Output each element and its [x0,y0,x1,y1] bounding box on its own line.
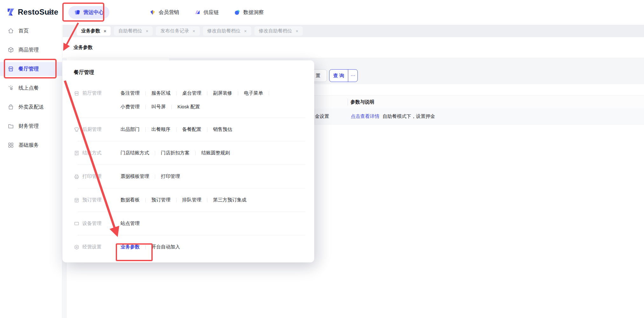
tab-label: 修改自助餐档位 [207,28,241,34]
divider [176,91,177,96]
cube-icon [8,47,14,53]
mega-menu-title: 餐厅管理 [62,60,314,76]
storefront-icon [8,66,14,72]
restaurant-mega-menu: 餐厅管理 前厅管理 备注管理 服务区域 桌台管理 副屏装修 电子菜单 [62,60,314,262]
sidebar-item-online-ordering[interactable]: 线上点餐 [0,81,62,95]
column-divider [348,98,348,105]
section-label: 经营设置 [74,244,121,250]
sidebar-item-label: 首页 [18,28,29,34]
menu-link-serving-order[interactable]: 出餐顺序 [151,126,170,132]
query-more-button[interactable]: ⋯ [348,70,357,82]
query-button[interactable]: 查 询 [329,70,348,82]
menu-link-rounding-rules[interactable]: 结账圆整规则 [201,150,230,156]
menu-link-business-params[interactable]: 业务参数 [121,244,140,250]
menu-link-table-management[interactable]: 桌台管理 [182,90,201,96]
divider [238,91,238,96]
param-name-cell: 金设置 [315,108,329,124]
sidebar-item-finance[interactable]: 财务管理 [0,119,62,133]
printer-icon [74,174,80,179]
tab-label: 发布任务记录 [160,28,189,34]
menu-link-kiosk-config[interactable]: Kiosk 配置 [177,104,200,110]
sidebar-item-delivery[interactable]: 外卖及配送 [0,100,62,114]
tab-close-icon[interactable]: × [244,29,247,34]
app-root: 参数与说明 金设置 点击查看详情 自助餐模式下，设置押金 置 查 询 ⋯ Res… [0,0,644,318]
menu-link-reservation-management[interactable]: 预订管理 [151,197,170,203]
tab-close-icon[interactable]: × [192,29,195,34]
top-bar: RestoSuite 营运中心 会员营销 [0,0,644,25]
nav-label: 营运中心 [83,9,104,16]
menu-link-dashboard[interactable]: 数据看板 [121,197,140,203]
sidebar-item-home[interactable]: 首页 [0,24,62,38]
menu-link-queue-management[interactable]: 排队管理 [182,197,201,203]
tab-close-icon[interactable]: × [104,29,106,34]
section-label: 后厨管理 [74,126,121,132]
nav-label: 数据洞察 [243,9,264,16]
brand-logo-icon [6,8,15,17]
section-label: 预订管理 [74,197,121,203]
nav-label: 会员营销 [159,9,179,16]
sidebar-item-label: 财务管理 [18,123,39,130]
divider [176,127,177,132]
menu-section-checkout: 结账方式 门店结账方式 门店折扣方案 结账圆整规则 [62,141,314,165]
menu-link-note-management[interactable]: 备注管理 [121,90,140,96]
tab-edit-buffet-tier-2[interactable]: 修改自助餐档位 × [254,26,303,36]
tab-label: 业务参数 [81,28,100,34]
sidebar-item-label: 外卖及配送 [18,104,44,111]
tab-close-icon[interactable]: × [296,29,298,34]
divider [155,151,155,155]
nav-supply-chain[interactable]: 供应链 [194,9,219,16]
menu-link-second-screen[interactable]: 副屏装修 [213,90,232,96]
sidebar-item-restaurant[interactable]: 餐厅管理 [0,62,62,76]
receipt-icon [74,150,80,156]
menu-link-store-discount-plans[interactable]: 门店折扣方案 [161,150,190,156]
operations-center-icon [74,9,80,16]
nav-operations-center[interactable]: 营运中心 [68,6,109,19]
view-details-link[interactable]: 点击查看详情 [351,108,379,124]
open-tabs-bar: 业务参数 × 自助餐档位 × 发布任务记录 × 修改自助餐档位 × 修改自助餐档… [63,25,644,37]
chef-hat-icon [74,127,80,132]
click-hand-icon [8,85,14,91]
menu-link-service-areas[interactable]: 服务区域 [151,90,170,96]
menu-link-receipt-templates[interactable]: 票据模板管理 [121,173,149,179]
divider [195,151,196,155]
tab-edit-buffet-tier-1[interactable]: 修改自助餐档位 × [203,26,251,36]
menu-link-third-party-booking[interactable]: 第三方预订集成 [213,197,246,203]
menu-section-front-of-house: 前厅管理 备注管理 服务区域 桌台管理 副屏装修 电子菜单 小费管理 叫号屏 K… [62,84,314,118]
tab-publish-task-log[interactable]: 发布任务记录 × [156,26,199,36]
nav-membership-marketing[interactable]: 会员营销 [149,9,179,16]
menu-link-store-checkout-methods[interactable]: 门店结账方式 [121,150,149,156]
menu-link-call-screen[interactable]: 叫号屏 [151,104,166,110]
menu-link-tip-management[interactable]: 小费管理 [121,104,140,110]
clipboard-check-icon [74,197,80,203]
menu-link-site-management[interactable]: 站点管理 [121,220,140,227]
section-label: 结账方式 [74,150,121,156]
query-split-button[interactable]: 查 询 ⋯ [329,69,358,82]
sidebar-item-products[interactable]: 商品管理 [0,43,62,57]
menu-link-digital-menu[interactable]: 电子菜单 [244,90,263,96]
sidebar-collapse-icon[interactable] [48,9,55,16]
section-label: 打印管理 [74,173,121,179]
menu-link-print-management[interactable]: 打印管理 [161,173,180,179]
divider [207,127,207,132]
menu-link-prep-config[interactable]: 备餐配置 [182,126,201,132]
param-description-cell: 自助餐模式下，设置押金 [383,108,435,124]
page-title-bar: 业务参数 [63,37,644,58]
menu-link-sales-forecast[interactable]: 销售预估 [213,126,232,132]
divider [155,174,155,179]
divider [207,198,207,202]
menu-link-auto-join-on-open[interactable]: 开台自动加入 [151,244,180,250]
sidebar-item-label: 商品管理 [18,47,39,53]
divider [207,91,207,96]
menu-section-devices: 设备管理 站点管理 [62,212,314,235]
sidebar-item-basic-services[interactable]: 基础服务 [0,138,62,152]
menu-link-production-depts[interactable]: 出品部门 [121,126,140,132]
divider [171,105,172,109]
storefront-icon [74,91,80,96]
page-title: 业务参数 [73,44,93,51]
tab-buffet-tiers[interactable]: 自助餐档位 × [114,26,153,36]
tab-label: 修改自助餐档位 [259,28,292,34]
grid-icon [8,142,14,148]
nav-data-insights[interactable]: 数据洞察 [234,9,264,16]
tab-business-params[interactable]: 业务参数 × [77,26,111,36]
tab-close-icon[interactable]: × [146,29,148,34]
